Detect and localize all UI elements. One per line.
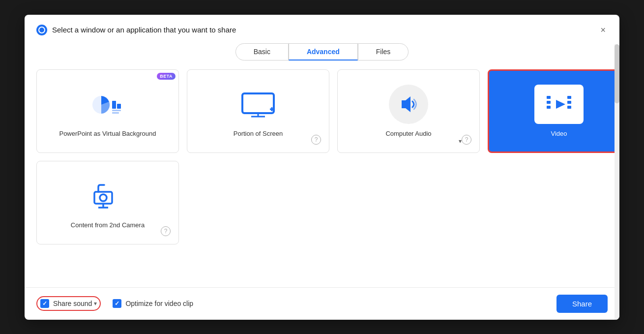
svg-rect-5 (242, 93, 274, 113)
optimize-checkbox-group[interactable]: Optimize for video clip (113, 299, 193, 308)
audio-label: Computer Audio (381, 130, 435, 137)
svg-rect-16 (567, 101, 571, 104)
share-sound-checkbox[interactable] (40, 299, 49, 308)
card-portion-screen[interactable]: Portion of Screen ? (187, 69, 329, 153)
svg-rect-17 (567, 106, 571, 109)
svg-marker-10 (402, 96, 410, 112)
tab-basic[interactable]: Basic (235, 43, 289, 61)
portion-screen-help[interactable]: ? (311, 135, 321, 145)
share-dialog: Select a window or an application that y… (25, 15, 619, 320)
screen-icon-area (234, 85, 283, 124)
share-sound-checkbox-group[interactable]: Share sound (40, 299, 92, 308)
camera-icon-area (83, 176, 132, 215)
audio-help[interactable]: ? (462, 135, 471, 145)
optimize-checkbox[interactable] (113, 299, 121, 308)
share-button[interactable]: Share (556, 295, 608, 313)
camera-icon (90, 181, 125, 211)
svg-rect-3 (112, 110, 121, 111)
svg-point-20 (100, 194, 107, 201)
svg-rect-1 (112, 101, 116, 109)
screen-label: Portion of Screen (230, 130, 287, 137)
svg-rect-4 (112, 112, 119, 114)
screen-icon (238, 90, 278, 119)
video-icon-area (534, 85, 584, 124)
share-sound-dropdown[interactable]: ▾ (94, 300, 97, 307)
svg-rect-13 (547, 101, 551, 104)
audio-icon-area (384, 85, 433, 124)
powerpoint-chart-icon (90, 91, 125, 118)
powerpoint-label: PowerPoint as Virtual Background (55, 130, 160, 137)
svg-rect-15 (567, 96, 571, 99)
dialog-header: Select a window or an application that y… (25, 15, 619, 36)
svg-rect-12 (547, 96, 551, 99)
cards-row-1: BETA PowerPoint as Virtual Background Po… (36, 69, 608, 153)
tab-advanced[interactable]: Advanced (289, 43, 358, 61)
tab-files[interactable]: Files (358, 43, 409, 61)
audio-dropdown[interactable]: ▾ (459, 138, 462, 145)
content-area: BETA PowerPoint as Virtual Background Po… (25, 61, 619, 287)
dialog-title: Select a window or an application that y… (52, 26, 593, 34)
close-button[interactable]: × (598, 24, 608, 36)
card-camera[interactable]: Content from 2nd Camera ? (36, 161, 179, 244)
svg-rect-2 (117, 104, 121, 109)
beta-badge: BETA (157, 73, 176, 80)
scrollbar-track (615, 44, 619, 320)
audio-icon (398, 93, 419, 115)
cards-row-2: Content from 2nd Camera ? (36, 161, 608, 244)
video-label: Video (547, 130, 571, 137)
scrollbar-thumb[interactable] (615, 44, 619, 103)
card-powerpoint[interactable]: BETA PowerPoint as Virtual Background (36, 69, 179, 153)
camera-help[interactable]: ? (161, 226, 171, 236)
share-sound-group: Share sound ▾ (36, 296, 101, 311)
zoom-app-icon (36, 25, 47, 35)
optimize-label: Optimize for video clip (125, 300, 193, 307)
svg-rect-14 (547, 106, 551, 109)
video-film-icon (542, 91, 576, 118)
tabs-bar: Basic Advanced Files (25, 36, 619, 61)
audio-bg-circle (389, 85, 428, 124)
share-sound-label: Share sound (53, 300, 92, 307)
powerpoint-icon-area (83, 85, 132, 124)
footer: Share sound ▾ Optimize for video clip Sh… (25, 287, 619, 320)
camera-label: Content from 2nd Camera (67, 221, 148, 229)
card-computer-audio[interactable]: Computer Audio ▾ ? (337, 69, 480, 153)
card-video[interactable]: Video (488, 69, 619, 153)
